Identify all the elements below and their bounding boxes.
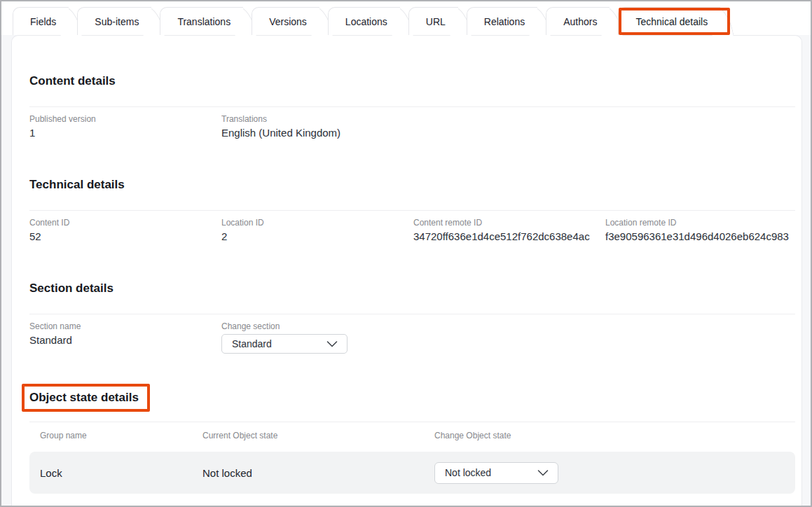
column-header-change-object-state: Change Object state: [434, 431, 795, 440]
tab-label: Relations: [484, 16, 525, 27]
tab-label: Translations: [177, 16, 230, 27]
column-header-current-object-state: Current Object state: [202, 431, 434, 440]
field-label: Translations: [221, 114, 413, 124]
tab-sub-items[interactable]: Sub-items: [77, 7, 151, 35]
change-section-select[interactable]: Standard: [221, 334, 347, 354]
field-label: Location remote ID: [605, 218, 797, 228]
tab-label: Technical details: [635, 16, 708, 27]
tab-fields[interactable]: Fields: [13, 7, 69, 35]
tab-translations[interactable]: Translations: [160, 7, 243, 35]
annotation-rectangle-object-state-heading: Object state details: [22, 384, 150, 412]
field-content-remote-id: Content remote ID 34720ff636e1d4ce512f76…: [413, 218, 605, 243]
divider: [29, 314, 795, 314]
field-label: Section name: [29, 321, 221, 331]
current-object-state-cell: Not locked: [202, 467, 434, 479]
tab-technical-details[interactable]: Technical details: [618, 7, 720, 35]
tab-locations[interactable]: Locations: [328, 7, 400, 35]
tab-url[interactable]: URL: [408, 7, 458, 35]
selected-option-label: Standard: [232, 338, 272, 349]
content-details-heading: Content details: [29, 74, 795, 88]
object-state-details-heading: Object state details: [29, 391, 139, 405]
field-value: 2: [221, 230, 413, 243]
tab-label: Versions: [269, 16, 307, 27]
field-label: Content remote ID: [413, 218, 605, 228]
field-location-id: Location ID 2: [221, 218, 413, 243]
selected-option-label: Not locked: [445, 467, 491, 478]
divider: [29, 106, 795, 107]
field-value: English (United Kingdom): [221, 127, 413, 139]
group-name-cell: Lock: [40, 467, 202, 479]
object-state-table-header: Group name Current Object state Change O…: [29, 422, 795, 440]
technical-details-heading: Technical details: [29, 178, 795, 192]
field-change-section: Change section Standard: [221, 321, 413, 354]
technical-details-panel: Content details Published version 1 Tran…: [11, 35, 802, 506]
field-value: f3e90596361e31d496d4026eb624c983: [605, 230, 797, 243]
tab-versions[interactable]: Versions: [252, 7, 319, 35]
tab-authors[interactable]: Authors: [546, 7, 610, 35]
tab-label: URL: [426, 16, 446, 27]
tab-label: Sub-items: [95, 16, 139, 27]
chevron-down-icon: [537, 470, 549, 476]
section-details-heading: Section details: [29, 282, 795, 296]
tab-label: Locations: [345, 16, 387, 27]
field-section-name: Section name Standard: [29, 321, 221, 354]
field-translations: Translations English (United Kingdom): [221, 114, 413, 139]
field-content-id: Content ID 52: [29, 218, 221, 243]
section-details-fields: Section name Standard Change section Sta…: [29, 321, 795, 354]
column-header-group-name: Group name: [40, 431, 202, 440]
technical-details-fields: Content ID 52 Location ID 2 Content remo…: [29, 218, 795, 243]
object-state-table-row: Lock Not locked Not locked: [29, 452, 795, 494]
screenshot-frame: Fields Sub-items Translations Versions L…: [0, 0, 812, 507]
field-published-version: Published version 1: [29, 114, 221, 139]
field-label: Published version: [29, 114, 221, 124]
content-details-fields: Published version 1 Translations English…: [29, 114, 795, 139]
field-label: Content ID: [29, 218, 221, 228]
chevron-down-icon: [326, 341, 338, 347]
divider: [29, 210, 795, 211]
field-label: Location ID: [221, 218, 413, 228]
tab-relations[interactable]: Relations: [467, 7, 537, 35]
tab-label: Fields: [30, 16, 56, 27]
field-location-remote-id: Location remote ID f3e90596361e31d496d40…: [605, 218, 797, 243]
field-value: 1: [29, 127, 221, 139]
field-label: Change section: [221, 321, 413, 331]
change-object-state-select[interactable]: Not locked: [434, 462, 558, 484]
field-value: Standard: [29, 334, 221, 347]
field-value: 52: [29, 230, 221, 243]
field-value: 34720ff636e1d4ce512f762dc638e4ac: [413, 230, 605, 243]
tab-label: Authors: [563, 16, 597, 27]
tab-bar: Fields Sub-items Translations Versions L…: [13, 7, 729, 35]
